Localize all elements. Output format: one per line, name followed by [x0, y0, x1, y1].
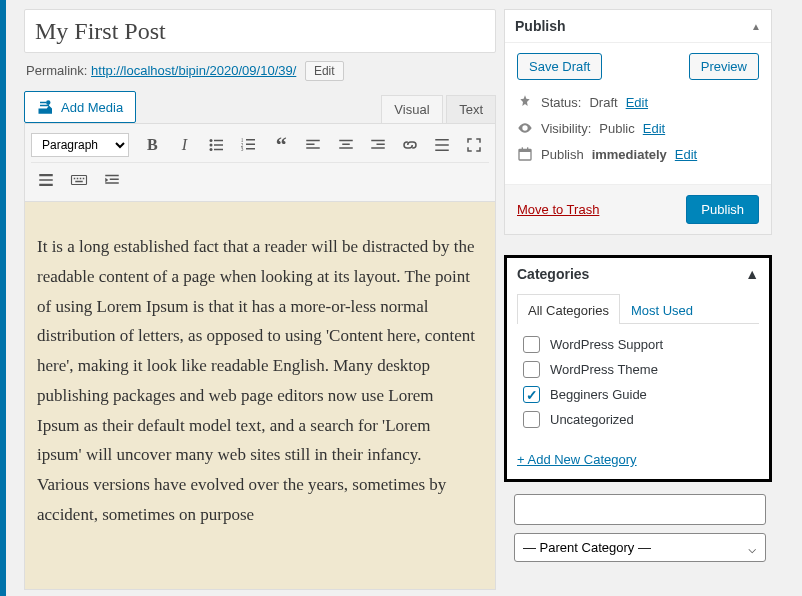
align-left-button[interactable]	[299, 131, 328, 159]
content-editor[interactable]: It is a long established fact that a rea…	[24, 202, 496, 590]
collapse-icon: ▲	[745, 266, 759, 282]
post-title-input[interactable]	[24, 9, 496, 53]
indent-button[interactable]	[97, 166, 127, 194]
category-checkbox[interactable]	[523, 386, 540, 403]
svg-rect-21	[435, 139, 449, 141]
category-item: WordPress Theme	[523, 361, 759, 378]
schedule-label: Publish	[541, 147, 584, 162]
read-more-button[interactable]	[428, 131, 457, 159]
svg-rect-24	[39, 174, 53, 176]
categories-panel-title: Categories	[517, 266, 589, 282]
bulleted-list-button[interactable]	[202, 131, 231, 159]
svg-rect-20	[371, 147, 385, 149]
svg-rect-13	[307, 144, 315, 146]
keyboard-button[interactable]	[64, 166, 94, 194]
svg-text:3: 3	[241, 146, 244, 152]
tab-text[interactable]: Text	[446, 95, 496, 123]
pin-icon	[517, 94, 533, 110]
category-checkbox[interactable]	[523, 361, 540, 378]
save-draft-button[interactable]: Save Draft	[517, 53, 602, 80]
category-checkbox[interactable]	[523, 411, 540, 428]
svg-rect-15	[339, 140, 353, 142]
category-label: WordPress Theme	[550, 362, 658, 377]
svg-rect-34	[110, 179, 119, 181]
svg-rect-9	[246, 144, 255, 146]
svg-rect-19	[376, 144, 384, 146]
edit-visibility-link[interactable]: Edit	[643, 121, 665, 136]
edit-status-link[interactable]: Edit	[626, 95, 648, 110]
move-to-trash-link[interactable]: Move to Trash	[517, 202, 599, 217]
svg-rect-39	[527, 147, 528, 150]
tab-visual[interactable]: Visual	[381, 95, 442, 123]
permalink-url[interactable]: http://localhost/bipin/2020/09/10/39/	[91, 63, 296, 78]
category-item: Uncategorized	[523, 411, 759, 428]
add-new-category-link[interactable]: + Add New Category	[517, 452, 637, 467]
category-item: WordPress Support	[523, 336, 759, 353]
svg-rect-29	[77, 178, 79, 180]
visibility-label: Visibility:	[541, 121, 591, 136]
schedule-value: immediately	[592, 147, 667, 162]
preview-button[interactable]: Preview	[689, 53, 759, 80]
visibility-value: Public	[599, 121, 634, 136]
categories-panel: Categories ▲ All Categories Most Used Wo…	[504, 255, 772, 482]
fullscreen-button[interactable]	[460, 131, 489, 159]
collapse-icon: ▲	[751, 21, 761, 32]
editor-toolbar: Paragraph B I 123 “	[24, 123, 496, 202]
publish-panel-title: Publish	[515, 18, 566, 34]
new-category-input[interactable]	[514, 494, 766, 525]
permalink-row: Permalink: http://localhost/bipin/2020/0…	[26, 61, 494, 81]
publish-panel: Publish ▲ Save Draft Preview Status: Dra…	[504, 9, 772, 235]
strikethrough-button[interactable]	[31, 166, 61, 194]
svg-rect-31	[83, 178, 85, 180]
svg-rect-1	[214, 140, 223, 142]
category-label: Begginers Guide	[550, 387, 647, 402]
svg-rect-27	[72, 176, 87, 185]
svg-rect-35	[105, 182, 119, 184]
svg-rect-32	[75, 181, 83, 183]
category-list: WordPress Support WordPress Theme Beggin…	[517, 336, 759, 440]
calendar-icon	[517, 146, 533, 162]
svg-rect-37	[519, 149, 531, 152]
svg-rect-18	[371, 140, 385, 142]
svg-rect-11	[246, 148, 255, 150]
categories-panel-header[interactable]: Categories ▲	[507, 258, 769, 290]
svg-rect-38	[522, 147, 523, 150]
category-checkbox[interactable]	[523, 336, 540, 353]
tab-most-used[interactable]: Most Used	[620, 294, 704, 324]
italic-button[interactable]: I	[170, 131, 199, 159]
edit-schedule-link[interactable]: Edit	[675, 147, 697, 162]
svg-rect-22	[435, 144, 449, 146]
svg-rect-16	[342, 144, 350, 146]
publish-panel-header[interactable]: Publish ▲	[505, 10, 771, 43]
publish-button[interactable]: Publish	[686, 195, 759, 224]
svg-rect-3	[214, 144, 223, 146]
category-label: Uncategorized	[550, 412, 634, 427]
edit-permalink-button[interactable]: Edit	[305, 61, 344, 81]
svg-rect-23	[435, 150, 449, 152]
category-label: WordPress Support	[550, 337, 663, 352]
svg-rect-30	[80, 178, 82, 180]
svg-rect-17	[339, 147, 353, 149]
status-value: Draft	[589, 95, 617, 110]
camera-music-icon	[37, 98, 55, 116]
parent-category-select[interactable]: — Parent Category —	[514, 533, 766, 562]
paragraph-format-select[interactable]: Paragraph	[31, 133, 129, 157]
align-center-button[interactable]	[331, 131, 360, 159]
bold-button[interactable]: B	[138, 131, 167, 159]
add-media-label: Add Media	[61, 100, 123, 115]
align-right-button[interactable]	[363, 131, 392, 159]
category-item: Begginers Guide	[523, 386, 759, 403]
content-body-text: It is a long established fact that a rea…	[37, 232, 475, 530]
tab-all-categories[interactable]: All Categories	[517, 294, 620, 324]
eye-icon	[517, 120, 533, 136]
add-media-button[interactable]: Add Media	[24, 91, 136, 123]
blockquote-button[interactable]: “	[267, 131, 296, 159]
svg-rect-12	[307, 140, 321, 142]
link-button[interactable]	[395, 131, 424, 159]
status-label: Status:	[541, 95, 581, 110]
svg-rect-7	[246, 139, 255, 141]
permalink-label: Permalink:	[26, 63, 87, 78]
svg-point-4	[209, 148, 212, 151]
numbered-list-button[interactable]: 123	[234, 131, 263, 159]
svg-rect-33	[105, 175, 119, 177]
